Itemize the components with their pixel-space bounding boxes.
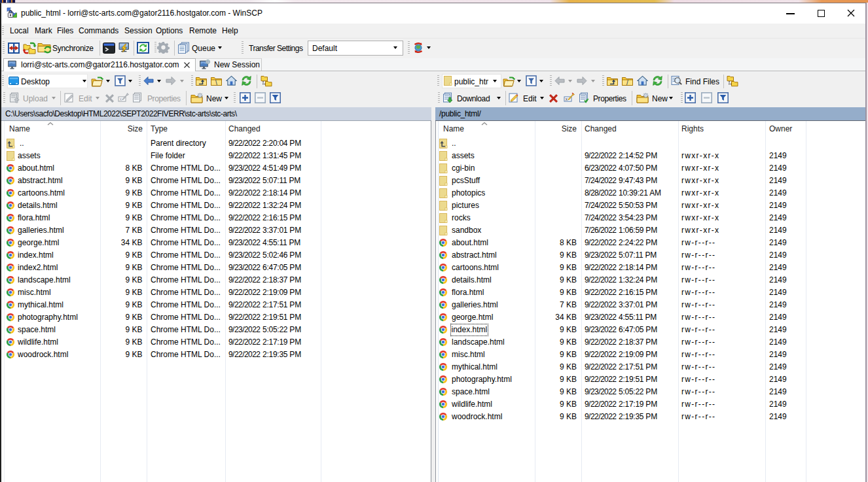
svg-text:x: x [566,97,568,101]
svg-text:/: / [626,79,628,86]
svg-text:\: \ [215,79,217,86]
svg-text:x: x [120,97,122,101]
